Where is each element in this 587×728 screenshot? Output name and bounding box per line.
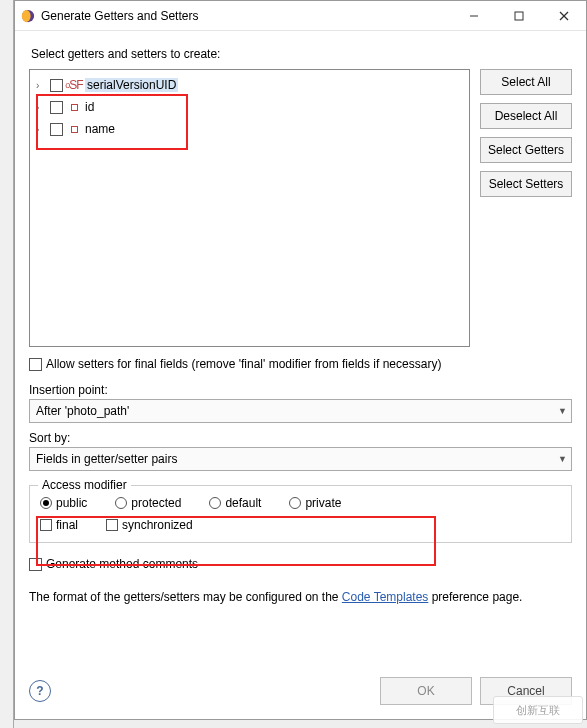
checkbox[interactable] (50, 123, 63, 136)
tree-item-label: name (85, 122, 115, 136)
select-getters-button[interactable]: Select Getters (480, 137, 572, 163)
select-all-button[interactable]: Select All (480, 69, 572, 95)
insertion-label: Insertion point: (29, 383, 572, 397)
format-note: The format of the getters/setters may be… (29, 589, 572, 606)
window-title: Generate Getters and Setters (41, 9, 451, 23)
ok-button[interactable]: OK (380, 677, 472, 705)
sort-value: Fields in getter/setter pairs (36, 452, 177, 466)
checkbox[interactable] (50, 101, 63, 114)
access-group-title: Access modifier (38, 478, 131, 492)
chevron-right-icon[interactable]: › (36, 102, 46, 113)
radio-protected[interactable]: protected (115, 496, 181, 510)
generate-comments-checkbox[interactable] (29, 558, 42, 571)
field-icon (67, 122, 81, 136)
tree-item-name[interactable]: › name (30, 118, 469, 140)
insertion-combo[interactable]: After 'photo_path' ▼ (29, 399, 572, 423)
tree-item-id[interactable]: › id (30, 96, 469, 118)
chevron-down-icon: ▼ (558, 406, 567, 416)
deselect-all-button[interactable]: Deselect All (480, 103, 572, 129)
tree-item-label: id (85, 100, 94, 114)
select-setters-button[interactable]: Select Setters (480, 171, 572, 197)
ruler (0, 0, 14, 728)
tree-item-label: serialVersionUID (85, 78, 178, 92)
radio-default[interactable]: default (209, 496, 261, 510)
checkbox[interactable] (50, 79, 63, 92)
allow-final-label: Allow setters for final fields (remove '… (46, 357, 441, 371)
allow-final-checkbox[interactable] (29, 358, 42, 371)
final-checkbox[interactable]: final (40, 518, 78, 532)
close-button[interactable] (541, 1, 586, 31)
radio-private[interactable]: private (289, 496, 341, 510)
dialog-content: Select getters and setters to create: › … (15, 31, 586, 719)
maximize-button[interactable] (496, 1, 541, 31)
chevron-down-icon: ▼ (558, 454, 567, 464)
help-button[interactable]: ? (29, 680, 51, 702)
chevron-right-icon[interactable]: › (36, 80, 46, 91)
svg-rect-3 (515, 12, 523, 20)
code-templates-link[interactable]: Code Templates (342, 590, 429, 604)
watermark: 创新互联 (493, 696, 583, 724)
sort-label: Sort by: (29, 431, 572, 445)
radio-public[interactable]: public (40, 496, 87, 510)
sort-combo[interactable]: Fields in getter/setter pairs ▼ (29, 447, 572, 471)
field-icon (67, 100, 81, 114)
generate-comments-label: Generate method comments (46, 557, 198, 571)
minimize-button[interactable] (451, 1, 496, 31)
chevron-right-icon[interactable]: › (36, 124, 46, 135)
instruction-label: Select getters and setters to create: (31, 47, 572, 61)
access-modifier-group: Access modifier public protected default… (29, 485, 572, 543)
synchronized-checkbox[interactable]: synchronized (106, 518, 193, 532)
insertion-value: After 'photo_path' (36, 404, 129, 418)
dialog-window: Generate Getters and Setters Select gett… (14, 0, 587, 720)
static-final-icon: oSF (67, 78, 81, 92)
svg-point-1 (22, 9, 31, 21)
tree-item-serialversionuid[interactable]: › oSF serialVersionUID (30, 74, 469, 96)
eclipse-icon (21, 9, 35, 23)
titlebar: Generate Getters and Setters (15, 1, 586, 31)
field-tree[interactable]: › oSF serialVersionUID › id › name (29, 69, 470, 347)
